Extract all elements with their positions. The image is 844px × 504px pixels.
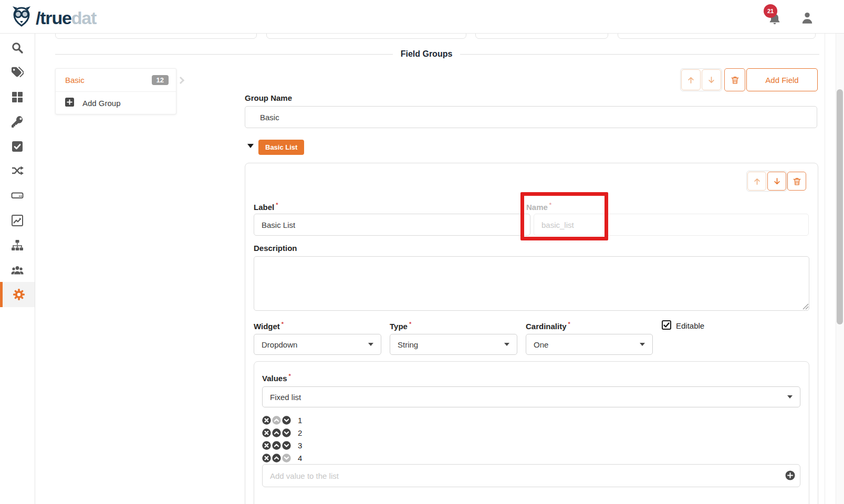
values-source-select[interactable]: Fixed list xyxy=(262,386,800,407)
resize-grip-icon[interactable] xyxy=(801,302,809,310)
delete-group-button[interactable] xyxy=(724,68,745,91)
caret-down-icon xyxy=(504,343,509,346)
value-up-icon[interactable] xyxy=(272,416,281,425)
move-group-up-button[interactable] xyxy=(681,69,701,90)
values-list-item: 3 xyxy=(262,440,302,450)
add-group-label: Add Group xyxy=(82,99,121,108)
caret-down-icon xyxy=(368,343,373,346)
values-list-item: 4 xyxy=(262,453,302,463)
divider-left xyxy=(55,54,393,55)
move-field-up-button[interactable] xyxy=(747,172,766,191)
delete-field-button[interactable] xyxy=(787,172,806,191)
application-window: /truedat 21 Field Groups Basic 12 Add Gr… xyxy=(0,0,844,504)
add-field-button[interactable]: Add Field xyxy=(746,68,818,91)
field-badge-basic-list[interactable]: Basic List xyxy=(258,140,304,155)
sidebar-item-users[interactable] xyxy=(0,257,35,282)
caret-down-icon xyxy=(787,395,793,398)
sitemap-icon xyxy=(11,239,24,251)
divider-right xyxy=(460,54,819,55)
description-label: Description xyxy=(254,244,297,253)
values-list-item: 1 xyxy=(262,415,302,425)
user-menu-icon[interactable] xyxy=(800,10,814,25)
value-up-icon[interactable] xyxy=(272,428,281,437)
sidebar-item-quality[interactable] xyxy=(0,134,35,159)
plus-square-icon xyxy=(65,98,74,109)
sidebar xyxy=(0,34,35,504)
chart-icon xyxy=(11,214,24,227)
chevron-right-icon xyxy=(177,77,184,84)
value-remove-icon[interactable] xyxy=(262,428,271,437)
value-remove-icon[interactable] xyxy=(262,416,271,425)
description-textarea[interactable] xyxy=(254,256,809,311)
type-select-value: String xyxy=(398,340,418,349)
trash-icon xyxy=(792,176,802,186)
label-field-input[interactable] xyxy=(254,214,530,236)
sidebar-item-search[interactable] xyxy=(0,35,35,60)
value-down-icon[interactable] xyxy=(282,454,291,463)
add-value-input[interactable] xyxy=(262,464,800,487)
type-label: Type xyxy=(390,321,411,331)
drive-icon xyxy=(11,189,24,202)
values-label: Values xyxy=(262,373,291,383)
cardinality-label: Cardinality xyxy=(526,321,570,331)
sidebar-item-glossary[interactable] xyxy=(0,60,35,85)
value-remove-icon[interactable] xyxy=(262,441,271,450)
group-name-text: Basic xyxy=(65,76,152,85)
name-field-label: Name xyxy=(526,202,551,212)
widget-select-value: Dropdown xyxy=(262,340,297,349)
sidebar-item-modules[interactable] xyxy=(0,85,35,110)
name-field-input[interactable] xyxy=(534,214,809,236)
owl-logo-icon xyxy=(9,5,34,31)
add-group-button[interactable]: Add Group xyxy=(56,92,176,114)
brand-text: /truedat xyxy=(36,8,96,28)
type-select[interactable]: String xyxy=(390,334,517,355)
add-value-plus-icon[interactable] xyxy=(785,470,795,480)
truedat-logo[interactable]: /truedat xyxy=(9,5,96,31)
tags-icon xyxy=(11,66,24,79)
gear-icon xyxy=(13,288,25,301)
shuffle-icon xyxy=(11,164,24,177)
value-text: 1 xyxy=(298,416,302,425)
grid-icon xyxy=(11,91,24,103)
values-source-value: Fixed list xyxy=(270,393,301,402)
group-item-basic[interactable]: Basic 12 xyxy=(56,69,176,92)
cardinality-select[interactable]: One xyxy=(526,334,653,355)
move-group-down-button[interactable] xyxy=(702,69,721,90)
value-down-icon[interactable] xyxy=(282,416,291,425)
value-text: 4 xyxy=(298,454,302,463)
value-down-icon[interactable] xyxy=(282,441,291,450)
content-right-border xyxy=(825,34,825,504)
check-square-icon xyxy=(11,140,24,153)
cardinality-select-value: One xyxy=(534,340,548,349)
group-count-badge: 12 xyxy=(152,75,169,85)
sidebar-item-structures[interactable] xyxy=(0,183,35,208)
values-list-item: 2 xyxy=(262,427,302,438)
users-icon xyxy=(11,264,24,276)
editable-checkbox[interactable] xyxy=(662,320,671,330)
app-header: /truedat 21 xyxy=(0,0,844,34)
collapse-caret-icon[interactable] xyxy=(247,144,254,148)
caret-down-icon xyxy=(640,343,645,346)
value-text: 3 xyxy=(298,441,302,450)
value-text: 2 xyxy=(298,428,302,437)
sidebar-item-settings[interactable] xyxy=(0,282,35,307)
sidebar-item-analytics[interactable] xyxy=(0,208,35,233)
label-field-label: Label xyxy=(254,202,278,212)
value-remove-icon[interactable] xyxy=(262,454,271,463)
notification-count-badge[interactable]: 21 xyxy=(764,4,777,18)
search-icon xyxy=(11,41,24,54)
sidebar-item-permissions[interactable] xyxy=(0,109,35,134)
value-down-icon[interactable] xyxy=(282,428,291,437)
group-name-input[interactable] xyxy=(245,106,817,128)
scrollbar-thumb[interactable] xyxy=(837,89,843,324)
widget-select[interactable]: Dropdown xyxy=(254,334,381,355)
field-groups-panel: Basic 12 Add Group xyxy=(55,68,176,114)
value-up-icon[interactable] xyxy=(272,441,281,450)
sidebar-item-hierarchy[interactable] xyxy=(0,233,35,258)
move-field-down-button[interactable] xyxy=(767,172,786,191)
value-up-icon[interactable] xyxy=(272,454,281,463)
widget-label: Widget xyxy=(254,321,284,331)
group-name-label: Group Name xyxy=(245,93,292,102)
sidebar-item-lineage[interactable] xyxy=(0,158,35,183)
key-icon xyxy=(11,116,24,128)
